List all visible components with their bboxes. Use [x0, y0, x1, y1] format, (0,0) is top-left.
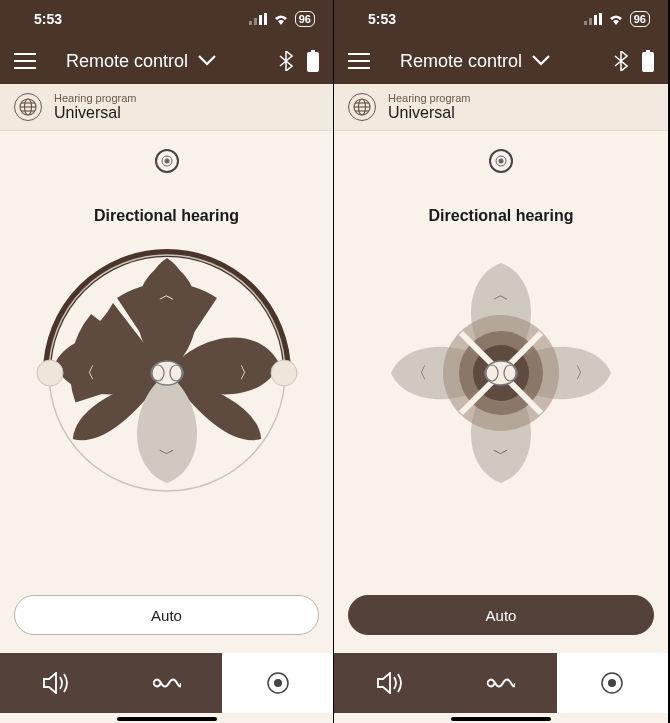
- hamburger-icon[interactable]: [14, 53, 36, 69]
- wifi-icon: [273, 13, 289, 25]
- svg-rect-6: [14, 67, 36, 69]
- directional-indicator-icon: [155, 149, 179, 173]
- tab-volume[interactable]: [0, 653, 111, 713]
- svg-rect-27: [599, 13, 602, 25]
- status-icons: 96: [584, 11, 650, 27]
- section-heading: Directional hearing: [429, 207, 574, 225]
- auto-button-label: Auto: [151, 607, 182, 624]
- svg-point-15: [164, 159, 169, 164]
- svg-rect-3: [264, 13, 267, 25]
- auto-button[interactable]: Auto: [14, 595, 319, 635]
- chevron-down-icon[interactable]: [198, 55, 216, 67]
- program-text: Hearing program Universal: [388, 92, 471, 122]
- svg-rect-28: [348, 53, 370, 55]
- clock: 5:53: [34, 11, 62, 27]
- nav-bar: Remote control: [334, 38, 668, 84]
- chevron-right-icon[interactable]: 〉: [239, 363, 255, 384]
- volume-icon: [42, 672, 70, 694]
- chevron-left-icon[interactable]: 〈: [79, 363, 95, 384]
- program-name: Universal: [388, 104, 471, 122]
- program-label: Hearing program: [54, 92, 137, 104]
- directional-indicator-icon: [489, 149, 513, 173]
- svg-point-21: [271, 360, 297, 386]
- svg-point-20: [37, 360, 63, 386]
- svg-point-49: [608, 679, 616, 687]
- svg-point-19: [170, 365, 182, 381]
- cellular-icon: [249, 13, 267, 25]
- hamburger-icon[interactable]: [348, 53, 370, 69]
- chevron-up-icon[interactable]: ︿: [493, 285, 509, 306]
- program-label: Hearing program: [388, 92, 471, 104]
- tab-directional[interactable]: [222, 653, 333, 713]
- nav-bar: Remote control: [0, 38, 333, 84]
- tab-sound[interactable]: [111, 653, 222, 713]
- tab-bar: [0, 653, 333, 713]
- globe-icon: [14, 93, 42, 121]
- home-indicator[interactable]: [451, 717, 551, 721]
- svg-rect-29: [348, 60, 370, 62]
- clock: 5:53: [368, 11, 396, 27]
- wave-icon: [153, 676, 181, 690]
- main-content: Directional hearing: [334, 131, 668, 723]
- cellular-icon: [584, 13, 602, 25]
- svg-rect-0: [249, 21, 252, 25]
- surround-diagram[interactable]: ︿ 〈 〉 ﹀: [361, 243, 641, 503]
- battery-icon: [307, 50, 319, 72]
- directional-tab-icon: [267, 672, 289, 694]
- chevron-up-icon[interactable]: ︿: [159, 285, 175, 306]
- section-heading: Directional hearing: [94, 207, 239, 225]
- tab-directional[interactable]: [557, 653, 668, 713]
- page-title: Remote control: [400, 51, 522, 72]
- tab-bar: [334, 653, 668, 713]
- chevron-left-icon[interactable]: 〈: [411, 363, 427, 384]
- program-name: Universal: [54, 104, 137, 122]
- svg-point-23: [274, 679, 282, 687]
- svg-rect-5: [14, 60, 36, 62]
- globe-icon: [348, 93, 376, 121]
- bluetooth-icon[interactable]: [614, 51, 628, 71]
- status-bar: 5:53 96: [334, 0, 668, 38]
- directional-tab-icon: [601, 672, 623, 694]
- program-bar[interactable]: Hearing program Universal: [0, 84, 333, 131]
- auto-button-label: Auto: [486, 607, 517, 624]
- svg-rect-26: [594, 15, 597, 25]
- home-indicator[interactable]: [117, 717, 217, 721]
- svg-rect-2: [259, 15, 262, 25]
- chevron-down-icon[interactable]: ﹀: [159, 444, 175, 465]
- svg-rect-7: [311, 50, 315, 52]
- svg-point-39: [499, 159, 504, 164]
- volume-icon: [376, 672, 404, 694]
- program-bar[interactable]: Hearing program Universal: [334, 84, 668, 131]
- page-title: Remote control: [66, 51, 188, 72]
- bluetooth-icon[interactable]: [279, 51, 293, 71]
- screen-auto: 5:53 96 Remote control Hearing program U…: [334, 0, 668, 723]
- screen-directional: 5:53 96 Remote control Hearing program U…: [0, 0, 334, 723]
- svg-rect-4: [14, 53, 36, 55]
- svg-rect-32: [642, 52, 654, 72]
- battery-icon: [642, 50, 654, 72]
- svg-point-46: [486, 365, 498, 381]
- chevron-right-icon[interactable]: 〉: [575, 363, 591, 384]
- battery-icon: 96: [630, 11, 650, 27]
- main-content: Directional hearing: [0, 131, 333, 723]
- status-bar: 5:53 96: [0, 0, 333, 38]
- chevron-down-icon[interactable]: ﹀: [493, 444, 509, 465]
- svg-point-18: [152, 365, 164, 381]
- tab-sound[interactable]: [445, 653, 556, 713]
- program-text: Hearing program Universal: [54, 92, 137, 122]
- directional-diagram[interactable]: ︿ 〈 〉 ﹀: [27, 243, 307, 503]
- svg-rect-1: [254, 18, 257, 25]
- auto-button[interactable]: Auto: [348, 595, 654, 635]
- status-icons: 96: [249, 11, 315, 27]
- wifi-icon: [608, 13, 624, 25]
- wave-icon: [487, 676, 515, 690]
- svg-rect-8: [307, 52, 319, 72]
- tab-volume[interactable]: [334, 653, 445, 713]
- svg-rect-30: [348, 67, 370, 69]
- battery-icon: 96: [295, 11, 315, 27]
- svg-rect-24: [584, 21, 587, 25]
- svg-rect-31: [646, 50, 650, 52]
- svg-rect-25: [589, 18, 592, 25]
- svg-point-47: [504, 365, 516, 381]
- chevron-down-icon[interactable]: [532, 55, 550, 67]
